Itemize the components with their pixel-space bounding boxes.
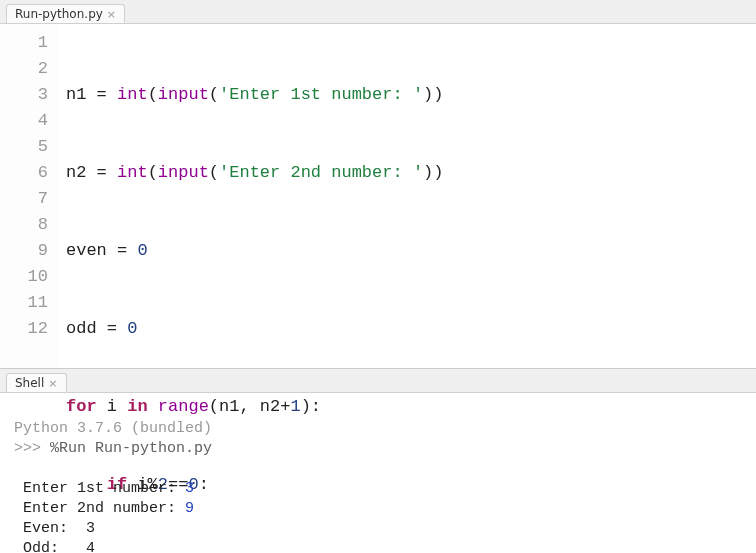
line-number: 12	[0, 316, 48, 342]
code-line: even = 0	[66, 238, 748, 264]
line-number: 3	[0, 82, 48, 108]
output-line: Enter 2nd number:	[14, 500, 185, 517]
code-line: for i in range(n1, n2+1):	[66, 394, 748, 420]
line-number: 7	[0, 186, 48, 212]
output-line: Odd: 4	[14, 540, 95, 553]
shell-tab-label: Shell	[15, 376, 44, 390]
line-number: 9	[0, 238, 48, 264]
line-number: 8	[0, 212, 48, 238]
shell-prompt: >>>	[14, 440, 50, 457]
code-editor[interactable]: 1 2 3 4 5 6 7 8 9 10 11 12 n1 = int(inpu…	[0, 24, 756, 369]
input-value: 3	[185, 480, 194, 497]
line-number: 6	[0, 160, 48, 186]
editor-tab-label: Run-python.py	[15, 7, 103, 21]
run-command: %Run Run-python.py	[50, 440, 212, 457]
editor-tab[interactable]: Run-python.py ×	[6, 4, 125, 23]
line-number: 10	[0, 264, 48, 290]
line-number: 5	[0, 134, 48, 160]
line-number-gutter: 1 2 3 4 5 6 7 8 9 10 11 12	[0, 24, 58, 368]
code-content[interactable]: n1 = int(input('Enter 1st number: ')) n2…	[58, 24, 756, 368]
input-value: 9	[185, 500, 194, 517]
line-number: 4	[0, 108, 48, 134]
editor-tab-bar: Run-python.py ×	[0, 0, 756, 24]
code-line: n1 = int(input('Enter 1st number: '))	[66, 82, 748, 108]
python-version: Python 3.7.6 (bundled)	[14, 420, 212, 437]
line-number: 2	[0, 56, 48, 82]
line-number: 11	[0, 290, 48, 316]
line-number: 1	[0, 30, 48, 56]
code-line: odd = 0	[66, 316, 748, 342]
output-line: Enter 1st number:	[14, 480, 185, 497]
output-line: Even: 3	[14, 520, 95, 537]
close-icon[interactable]: ×	[107, 8, 116, 21]
shell-tab[interactable]: Shell ×	[6, 373, 67, 392]
close-icon[interactable]: ×	[48, 377, 57, 390]
code-line: n2 = int(input('Enter 2nd number: '))	[66, 160, 748, 186]
